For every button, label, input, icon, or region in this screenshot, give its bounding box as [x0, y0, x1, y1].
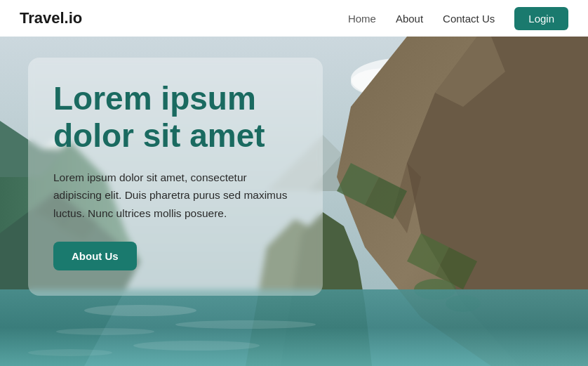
svg-point-33 — [28, 349, 112, 356]
about-us-button[interactable]: About Us — [53, 242, 137, 270]
hero-description: Lorem ipsum dolor sit amet, consectetur … — [53, 169, 298, 223]
login-button[interactable]: Login — [514, 7, 568, 30]
nav-contact[interactable]: Contact Us — [443, 13, 495, 25]
logo: Travel.io — [20, 9, 82, 27]
navbar: Travel.io Home About Contact Us Login — [0, 0, 588, 37]
hero-card: Lorem ipsum dolor sit amet Lorem ipsum d… — [28, 58, 323, 296]
svg-point-30 — [175, 320, 316, 329]
nav-links: Home About Contact Us Login — [348, 7, 568, 30]
nav-about[interactable]: About — [396, 13, 423, 25]
hero-title: Lorem ipsum dolor sit amet — [53, 80, 298, 155]
svg-point-32 — [133, 341, 260, 351]
hero-section: Lorem ipsum dolor sit amet Lorem ipsum d… — [0, 37, 588, 366]
nav-home[interactable]: Home — [348, 13, 376, 25]
svg-point-29 — [84, 305, 196, 316]
svg-point-31 — [56, 328, 154, 335]
